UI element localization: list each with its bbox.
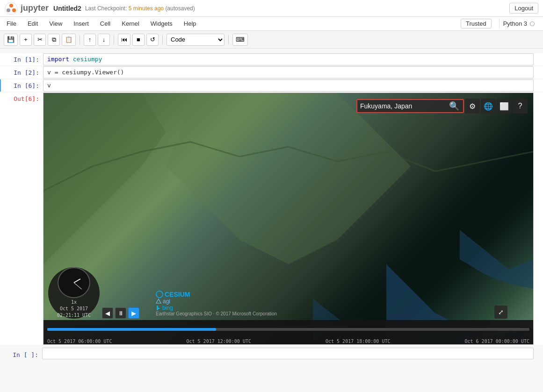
cesium-help-button[interactable]: ? (513, 99, 528, 114)
stop-button[interactable]: ■ (132, 34, 145, 46)
toolbar: 💾 + ✂ ⧉ 📋 ↑ ↓ ⏮ ■ ↺ Code Markdown Raw NB… (0, 31, 543, 49)
empty-cell: In [ ]: (0, 347, 543, 360)
cesium-branding: CESIUM agi bing Earthstar Geographics SI… (156, 291, 277, 316)
empty-cell-input[interactable] (42, 348, 534, 359)
cell-2-label: In [2]: (1, 66, 43, 76)
cell-1-code-keyword: import (47, 56, 73, 63)
cut-button[interactable]: ✂ (34, 34, 46, 46)
clock-minute-hand (74, 283, 82, 290)
cesium-scene-button[interactable]: ⬜ (497, 99, 512, 114)
logout-button[interactable]: Logout (509, 3, 538, 14)
menu-insert[interactable]: Insert (72, 19, 91, 28)
svg-marker-5 (460, 230, 533, 289)
run-above-button[interactable]: ⏮ (118, 34, 130, 46)
timeline-label-1: Oct 5 2017 06:00:00 UTC (47, 339, 112, 344)
cesium-clock-widget: 1x Oct 5 2017 02:21:11 UTC (48, 267, 100, 319)
cell-3-input[interactable]: v (43, 79, 534, 92)
jupyter-logo-icon (5, 2, 18, 15)
toolbar-sep-4 (228, 35, 229, 44)
svg-marker-10 (156, 299, 161, 303)
agi-logo-icon (156, 299, 161, 304)
playback-rewind-button[interactable]: ◀ (102, 307, 113, 319)
top-bar: jupyter Untitled2 Last Checkpoint: 5 min… (0, 0, 543, 17)
bing-logo-icon (156, 305, 161, 311)
timeline-track[interactable] (47, 328, 529, 331)
svg-point-2 (7, 8, 10, 12)
empty-cell-label: In [ ]: (0, 349, 42, 358)
cesium-layers-button[interactable]: ⚙ (465, 99, 480, 114)
cell-1-input[interactable]: import cesiumpy (43, 53, 534, 65)
restart-button[interactable]: ↺ (146, 34, 159, 46)
cell-3-code: v (47, 82, 51, 89)
copy-button[interactable]: ⧉ (48, 34, 60, 46)
menu-kernel[interactable]: Kernel (120, 19, 141, 28)
svg-point-3 (12, 8, 16, 12)
timeline-label-4: Oct 6 2017 00:00:00 UTC (465, 339, 529, 344)
notebook-area: In [1]: import cesiumpy In [2]: v = cesi… (0, 49, 543, 367)
cesium-timeline[interactable]: Oct 5 2017 06:00:00 UTC Oct 5 2017 12:00… (43, 320, 533, 344)
trusted-button[interactable]: Trusted (461, 19, 492, 29)
timeline-label-3: Oct 5 2017 18:00:00 UTC (326, 339, 390, 344)
cesium-globe-button[interactable]: 🌐 (481, 99, 496, 114)
kernel-status-circle (530, 21, 535, 26)
clock-face (58, 267, 90, 298)
clock-hour-hand (74, 278, 81, 283)
playback-pause-button[interactable]: ⏸ (115, 307, 126, 319)
agi-logo: agi (156, 298, 277, 305)
cesium-playback-controls: ◀ ⏸ ▶ (102, 307, 139, 319)
cell-type-select[interactable]: Code Markdown Raw NBConvert Heading (167, 34, 224, 46)
expand-button[interactable]: ⤢ (494, 306, 507, 319)
bing-logo: bing (156, 305, 277, 311)
paste-button[interactable]: 📋 (62, 34, 76, 46)
kernel-name: Python 3 (503, 20, 527, 27)
toolbar-sep-2 (114, 35, 114, 44)
move-down-button[interactable]: ↓ (98, 34, 110, 46)
move-up-button[interactable]: ↑ (84, 34, 96, 46)
cell-2-input[interactable]: v = cesiumpy.Viewer() (43, 66, 534, 78)
menu-bar: File Edit View Insert Cell Kernel Widget… (0, 17, 543, 31)
jupyter-logo: jupyter (5, 2, 49, 15)
menu-file[interactable]: File (5, 19, 18, 28)
menu-cell[interactable]: Cell (98, 19, 112, 28)
playback-play-button[interactable]: ▶ (128, 307, 139, 319)
cell-1: In [1]: import cesiumpy (0, 53, 543, 65)
toolbar-sep-1 (80, 35, 80, 44)
cell-3: In [6]: v (0, 79, 543, 92)
clock-time: 02:21:11 UTC (57, 312, 91, 319)
keyboard-shortcuts-button[interactable]: ⌨ (232, 34, 248, 46)
map-background (43, 93, 533, 344)
timeline-label-2: Oct 5 2017 12:00:00 UTC (187, 339, 251, 344)
cell-2: In [2]: v = cesiumpy.Viewer() (0, 66, 543, 78)
save-button[interactable]: 💾 (4, 34, 18, 46)
svg-marker-7 (43, 93, 166, 264)
add-cell-button[interactable]: + (20, 34, 32, 46)
timeline-progress (47, 328, 216, 331)
cesium-map-output[interactable]: 🔍 ⚙ 🌐 ⬜ ? 1x Oct 5 2017 02:21:11 UTC (43, 93, 534, 345)
cesium-search-input[interactable] (360, 102, 448, 110)
menu-help[interactable]: Help (182, 19, 198, 28)
timeline-bar (43, 320, 533, 338)
cesium-search-box[interactable]: 🔍 (356, 99, 464, 113)
jupyter-brand-name: jupyter (21, 3, 49, 13)
cesium-copyright: Earthstar Geographics SIO · © 2017 Micro… (156, 311, 277, 316)
cesium-logo-icon (156, 291, 163, 298)
cell-1-label: In [1]: (1, 53, 43, 63)
output-label: Out[6]: (1, 93, 43, 102)
cesium-logo: CESIUM (156, 291, 277, 298)
notebook-title[interactable]: Untitled2 (53, 5, 81, 12)
menu-widgets[interactable]: Widgets (149, 19, 174, 28)
toolbar-sep-3 (162, 35, 163, 44)
output-cell-3: Out[6]: (0, 93, 543, 345)
cesium-search-button[interactable]: 🔍 (448, 101, 460, 111)
cell-2-code: v = cesiumpy.Viewer() (47, 69, 124, 76)
svg-marker-8 (166, 93, 411, 264)
cell-1-code-module: cesiumpy (73, 56, 102, 63)
menu-edit[interactable]: Edit (26, 19, 40, 28)
checkpoint-info: Last Checkpoint: 5 minutes ago (autosave… (85, 5, 509, 12)
cesium-toolbar: 🔍 ⚙ 🌐 ⬜ ? (356, 99, 528, 114)
svg-rect-11 (157, 306, 158, 310)
menu-view[interactable]: View (47, 19, 64, 28)
cell-3-label: In [6]: (1, 79, 43, 89)
clock-date: Oct 5 2017 (57, 306, 91, 312)
kernel-info: Python 3 (499, 19, 538, 28)
